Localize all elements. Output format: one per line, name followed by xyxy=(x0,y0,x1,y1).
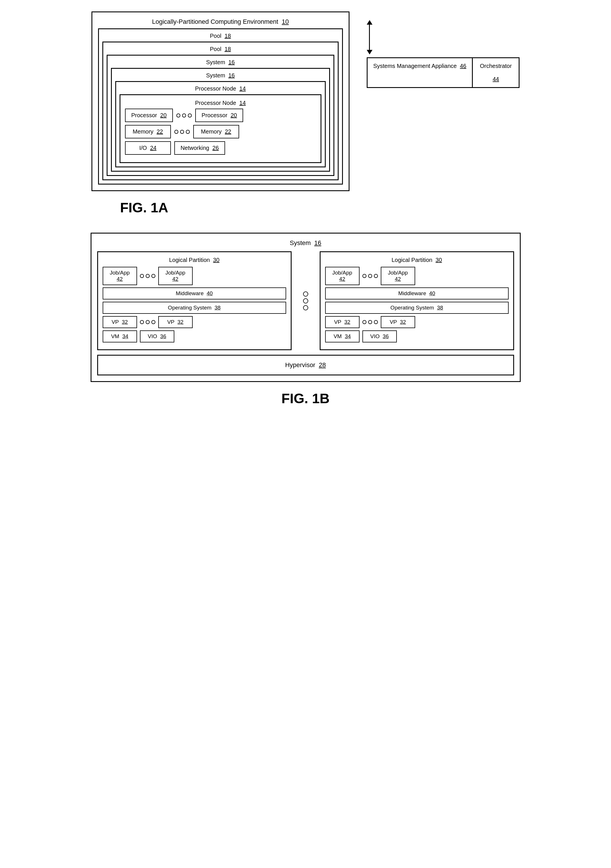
lp-left-os: Operating System 38 xyxy=(103,302,286,314)
lp-right-box: Logical Partition 30 Job/App 42 xyxy=(320,251,514,350)
memory-box-right: Memory 22 xyxy=(193,125,239,138)
arrow-area xyxy=(367,20,372,54)
arrow-head-up xyxy=(367,20,372,25)
io-networking-row: I/O 24 Networking 26 xyxy=(125,141,316,155)
center-lp-dots xyxy=(303,291,308,310)
system-outer-box: System 16 System 16 xyxy=(107,55,334,176)
lp-left-vp-row: VP 32 VP 32 xyxy=(103,316,286,328)
lp-left-jobapp-row: Job/App 42 Job/App 42 xyxy=(103,267,286,285)
fig1a-label: FIG. 1A xyxy=(120,200,168,215)
fig1a-right: Systems Management Appliance 46 Orchestr… xyxy=(367,11,520,88)
sma-label: Systems Management Appliance xyxy=(373,63,457,69)
lp-left-middleware: Middleware 40 xyxy=(103,287,286,299)
sma-ref: 46 xyxy=(460,63,466,69)
lp-env-title-text: Logically-Partitioned Computing Environm… xyxy=(152,18,278,25)
hypervisor-box: Hypervisor 28 xyxy=(97,355,514,375)
sma-orch-row: Systems Management Appliance 46 Orchestr… xyxy=(367,57,520,88)
processor-box-left: Processor 20 xyxy=(125,108,173,122)
logical-partitions-row: Logical Partition 30 Job/App 42 xyxy=(97,251,514,350)
io-box: I/O 24 xyxy=(125,141,171,155)
dot1 xyxy=(176,113,180,118)
system-inner-title: System 16 xyxy=(115,72,326,79)
lp-left-jobapp-dots xyxy=(140,274,155,278)
lp-right-jobapp-left: Job/App 42 xyxy=(325,267,359,285)
lp-right-vm-vio-row: VM 34 VIO 36 xyxy=(325,330,508,343)
lp-right-vp-right: VP 32 xyxy=(381,316,415,328)
memory-dots xyxy=(174,130,190,134)
system16-outer-box: System 16 Logical Partition 30 Job/App xyxy=(90,233,521,382)
dot4 xyxy=(174,130,178,134)
pool-outer-box: Pool 18 Pool 18 xyxy=(98,28,343,184)
proc-node-outer-title: Processor Node 14 xyxy=(120,85,322,92)
processor-dots xyxy=(176,113,192,118)
processor-row: Processor 20 xyxy=(125,108,316,122)
lp-right-vp-row: VP 32 VP 32 xyxy=(325,316,508,328)
arrow-line xyxy=(369,25,370,50)
system16-title: System 16 xyxy=(97,239,514,247)
memory-row: Memory 22 xyxy=(125,125,316,138)
system-inner-box: System 16 Processor Node 14 xyxy=(111,68,330,172)
proc-node-inner-box: Processor Node 14 Processor xyxy=(120,94,322,163)
lp-right-title: Logical Partition 30 xyxy=(325,257,508,264)
processor-box-right: Processor 20 xyxy=(195,108,243,122)
system-outer-title: System 16 xyxy=(111,59,330,66)
fig1b-label: FIG. 1B xyxy=(281,391,330,406)
lp-left-vp-dots xyxy=(140,320,155,324)
fig1b-section: System 16 Logical Partition 30 Job/App xyxy=(17,233,594,406)
lp-right-middleware: Middleware 40 xyxy=(325,287,508,299)
lp-env-ref: 10 xyxy=(282,18,289,25)
lp-env-box: Logically-Partitioned Computing Environm… xyxy=(92,11,350,191)
dot6 xyxy=(186,130,190,134)
lp-right-jobapp-row: Job/App 42 Job/App 42 xyxy=(325,267,508,285)
lp-right-vm: VM 34 xyxy=(325,330,359,343)
pool-inner-box: Pool 18 System 16 xyxy=(103,42,339,180)
lp-right-jobapp-right: Job/App 42 xyxy=(381,267,415,285)
proc-node-inner-title: Processor Node 14 xyxy=(125,100,316,106)
arrow-head-down xyxy=(367,50,372,54)
lp-left-title: Logical Partition 30 xyxy=(103,257,286,264)
dot2 xyxy=(182,113,186,118)
lp-left-box: Logical Partition 30 Job/App 42 xyxy=(97,251,292,350)
lp-left-vio: VIO 36 xyxy=(140,330,174,343)
lp-left-vp-right: VP 32 xyxy=(158,316,193,328)
memory-box-left: Memory 22 xyxy=(125,125,171,138)
dot3 xyxy=(188,113,192,118)
lp-right-vio: VIO 36 xyxy=(362,330,397,343)
sma-box: Systems Management Appliance 46 xyxy=(368,58,473,87)
pool-outer-title: Pool 18 xyxy=(103,33,339,39)
lp-env-title: Logically-Partitioned Computing Environm… xyxy=(98,18,343,25)
fig1a-section: Logically-Partitioned Computing Environm… xyxy=(17,11,594,215)
lp-right-vp-dots xyxy=(362,320,378,324)
page-container: Logically-Partitioned Computing Environm… xyxy=(17,11,594,406)
lp-left-jobapp-left: Job/App 42 xyxy=(103,267,137,285)
pool-inner-title: Pool 18 xyxy=(107,46,334,53)
networking-box: Networking 26 xyxy=(174,141,225,155)
dot5 xyxy=(180,130,184,134)
lp-right-jobapp-dots xyxy=(362,274,378,278)
orch-box: Orchestrator 44 xyxy=(473,58,519,87)
proc-node-outer-box: Processor Node 14 Processor Node 14 xyxy=(115,81,326,167)
fig1a-content: Logically-Partitioned Computing Environm… xyxy=(17,11,594,215)
lp-left-jobapp-right: Job/App 42 xyxy=(158,267,193,285)
lp-right-os: Operating System 38 xyxy=(325,302,508,314)
lp-left-vm: VM 34 xyxy=(103,330,137,343)
orch-label: Orchestrator xyxy=(480,63,512,69)
lp-right-vp-left: VP 32 xyxy=(325,316,359,328)
lp-left-vm-vio-row: VM 34 VIO 36 xyxy=(103,330,286,343)
orch-ref: 44 xyxy=(493,76,499,82)
lp-left-vp-left: VP 32 xyxy=(103,316,137,328)
